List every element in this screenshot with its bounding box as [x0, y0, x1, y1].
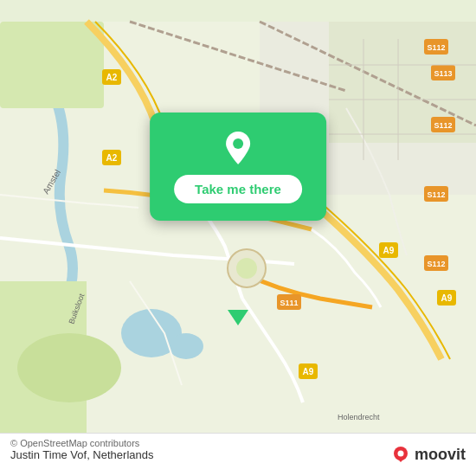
svg-text:S112: S112 [434, 121, 452, 130]
moovit-brand-text: moovit [415, 446, 466, 464]
svg-text:A9: A9 [303, 367, 314, 376]
svg-text:S112: S112 [427, 43, 445, 52]
map-container: A2 A2 N522 S111 A9 A9 A9 S112 S112 S112 … [0, 0, 476, 476]
location-label: Justin Time Vof, Netherlands [10, 448, 153, 461]
svg-text:Holendrecht: Holendrecht [338, 413, 380, 421]
svg-point-45 [233, 138, 243, 149]
popup-card: Take me there [150, 113, 326, 221]
svg-point-47 [397, 450, 403, 456]
svg-point-2 [169, 333, 203, 359]
svg-text:S112: S112 [427, 260, 445, 268]
map-background: A2 A2 N522 S111 A9 A9 A9 S112 S112 S112 … [0, 0, 476, 476]
svg-text:A2: A2 [106, 73, 118, 82]
svg-text:S113: S113 [434, 69, 452, 78]
svg-point-35 [236, 258, 257, 279]
moovit-logo: moovit [390, 445, 466, 466]
svg-text:A9: A9 [383, 246, 395, 255]
svg-text:A9: A9 [441, 293, 453, 303]
moovit-icon [390, 445, 411, 466]
svg-text:S112: S112 [427, 190, 445, 199]
svg-point-6 [17, 333, 121, 402]
svg-text:S111: S111 [280, 299, 298, 307]
map-attribution: © OpenStreetMap contributors [10, 438, 139, 448]
svg-text:A2: A2 [106, 153, 118, 163]
svg-rect-3 [0, 22, 104, 108]
location-pin-icon [219, 128, 257, 166]
location-text: Justin Time Vof, Netherlands [10, 448, 153, 461]
popup-tail [228, 310, 248, 325]
take-me-there-button[interactable]: Take me there [174, 175, 302, 203]
bottom-bar: © OpenStreetMap contributors Justin Time… [0, 433, 476, 476]
